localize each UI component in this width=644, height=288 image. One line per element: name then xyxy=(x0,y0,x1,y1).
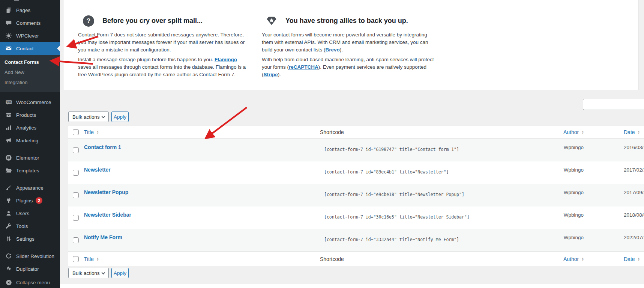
stripe-link[interactable]: Stripe xyxy=(264,72,278,77)
sidebar-item-label: Plugins xyxy=(16,198,33,204)
sidebar-item-label: Contact xyxy=(16,46,34,51)
paragraph-text: saves all messages through contact forms… xyxy=(78,64,246,77)
paragraph-text: Install a message storage plugin before … xyxy=(78,57,215,62)
form-title-link[interactable]: Newsletter Sidebar xyxy=(84,212,131,218)
sidebar-item-users[interactable]: Users xyxy=(0,207,60,220)
sidebar-item-wpclever[interactable]: WPClever xyxy=(0,29,60,42)
select-all-checkbox[interactable] xyxy=(73,129,79,135)
sidebar-item-products[interactable]: Products xyxy=(0,109,60,121)
sidebar-item-label: Products xyxy=(16,112,36,118)
sidebar-item-woocommerce[interactable]: WOO WooCommerce xyxy=(0,96,60,109)
question-circle-icon: ? xyxy=(83,15,94,27)
select-all-checkbox[interactable] xyxy=(73,256,79,262)
admin-sidebar: Pages Comments WPClever Contact Contact … xyxy=(0,0,60,288)
allies-diamond-icon xyxy=(266,15,277,27)
paragraph-text: ). xyxy=(340,47,343,53)
sidebar-item-plugins[interactable]: Plugins 2 xyxy=(0,194,60,207)
chevron-down-icon xyxy=(102,115,105,118)
apply-button[interactable]: Apply xyxy=(111,268,129,278)
row-checkbox[interactable] xyxy=(73,215,79,221)
recaptcha-link[interactable]: reCAPTCHA xyxy=(289,64,318,70)
products-box-icon xyxy=(5,111,12,119)
sidebar-item-label: Analytics xyxy=(16,125,36,131)
row-checkbox[interactable] xyxy=(73,147,79,153)
user-icon xyxy=(5,210,12,217)
contact-submenu: Contact Forms Add New Integration xyxy=(0,55,60,92)
row-checkbox[interactable] xyxy=(73,192,79,198)
paragraph-text: Your contact forms will become more powe… xyxy=(262,32,428,53)
sidebar-item-elementor[interactable]: Elementor xyxy=(0,151,60,164)
title-column-header[interactable]: Title▲▼ xyxy=(84,252,99,266)
author-cell: Wpbingo xyxy=(556,184,591,195)
svg-text:WOO: WOO xyxy=(6,101,11,103)
author-cell: Wpbingo xyxy=(556,161,591,173)
author-column-header[interactable]: Author▲▼ xyxy=(556,125,591,139)
brevo-link[interactable]: Brevo xyxy=(326,47,340,53)
bulk-actions-label: Bulk actions xyxy=(72,114,100,120)
date-cell: 2022/07/1 xyxy=(624,229,644,240)
form-title-link[interactable]: Newsletter xyxy=(84,167,111,173)
submenu-item-contact-forms[interactable]: Contact Forms xyxy=(0,57,60,67)
bulk-actions-select[interactable]: Bulk actions xyxy=(68,112,109,122)
folder-icon xyxy=(5,167,12,174)
welcome-left-heading: Before you cry over spilt mail... xyxy=(102,17,203,25)
page-footer-strip xyxy=(60,284,644,288)
sidebar-item-duplicator[interactable]: Duplicator xyxy=(0,262,60,275)
date-column-header[interactable]: Date▲▼ xyxy=(624,252,640,266)
collapse-menu-label: Collapse menu xyxy=(16,280,50,285)
apply-button[interactable]: Apply xyxy=(111,112,129,122)
contact-forms-table: Title▲▼ Shortcode Author▲▼ Date▲▼ Contac… xyxy=(68,125,644,266)
sort-arrows-icon: ▲▼ xyxy=(638,130,640,134)
table-row: Contact form 1 [contact-form-7 id="61987… xyxy=(68,139,644,161)
submenu-item-integration[interactable]: Integration xyxy=(0,77,60,87)
author-column-header[interactable]: Author▲▼ xyxy=(556,252,591,266)
paragraph-text: ). xyxy=(278,72,281,77)
flamingo-link[interactable]: Flamingo xyxy=(215,57,237,62)
plugins-update-badge: 2 xyxy=(36,197,42,204)
author-cell: Wpbingo xyxy=(556,139,591,150)
date-column-header[interactable]: Date▲▼ xyxy=(624,125,640,139)
date-cell: 2016/03/1 xyxy=(624,139,644,150)
sort-arrows-icon: ▲▼ xyxy=(638,257,640,261)
sidebar-item-label: Elementor xyxy=(16,155,39,161)
sidebar-item-contact[interactable]: Contact xyxy=(0,42,60,55)
form-title-link[interactable]: Notify Me Form xyxy=(84,234,122,240)
bulk-actions-label: Bulk actions xyxy=(72,270,100,276)
sidebar-item-tools[interactable]: Tools xyxy=(0,220,60,232)
paintbrush-icon xyxy=(5,184,12,191)
sidebar-item-label: WPClever xyxy=(16,33,39,39)
sidebar-item-marketing[interactable]: Marketing xyxy=(0,134,60,147)
form-title-link[interactable]: Newsletter Popup xyxy=(84,189,128,195)
collapse-menu-button[interactable]: Collapse menu xyxy=(0,276,60,288)
collapse-arrow-icon xyxy=(5,279,12,286)
row-checkbox[interactable] xyxy=(73,170,79,176)
wrench-icon xyxy=(5,222,12,230)
sort-arrows-icon: ▲▼ xyxy=(96,130,99,134)
envelope-icon xyxy=(5,45,12,52)
sidebar-item-label: Appearance xyxy=(16,185,44,191)
title-column-header[interactable]: Title▲▼ xyxy=(84,125,99,139)
sidebar-item-pages[interactable]: Pages xyxy=(0,4,60,17)
chevron-down-icon xyxy=(102,271,105,274)
sidebar-item-comments[interactable]: Comments xyxy=(0,17,60,29)
sidebar-item-label: Tools xyxy=(16,223,28,229)
submenu-item-add-new[interactable]: Add New xyxy=(0,67,60,77)
form-title-link[interactable]: Contact form 1 xyxy=(84,144,121,150)
author-cell: Wpbingo xyxy=(556,229,591,240)
sidebar-item-templates[interactable]: Templates xyxy=(0,164,60,177)
shortcode-text: [contact-form-7 id="6198747" title="Cont… xyxy=(324,139,459,152)
sidebar-item-analytics[interactable]: Analytics xyxy=(0,121,60,134)
bulk-actions-select[interactable]: Bulk actions xyxy=(68,268,109,278)
row-checkbox[interactable] xyxy=(73,237,79,243)
author-cell: Wpbingo xyxy=(556,207,591,218)
sidebar-item-slider-revolution[interactable]: Slider Revolution xyxy=(0,250,60,262)
table-header-row: Title▲▼ Shortcode Author▲▼ Date▲▼ xyxy=(68,125,644,139)
welcome-right-paragraph-1: Your contact forms will become more powe… xyxy=(262,31,437,54)
gear-icon xyxy=(5,265,12,273)
sidebar-item-label: Duplicator xyxy=(16,266,39,272)
search-input[interactable] xyxy=(583,99,644,110)
tablenav-bottom: Bulk actions Apply xyxy=(68,268,129,279)
sidebar-item-appearance[interactable]: Appearance xyxy=(0,181,60,194)
table-row: Notify Me Form [contact-form-7 id="3332a… xyxy=(68,229,644,252)
sidebar-item-settings[interactable]: Settings xyxy=(0,232,60,245)
